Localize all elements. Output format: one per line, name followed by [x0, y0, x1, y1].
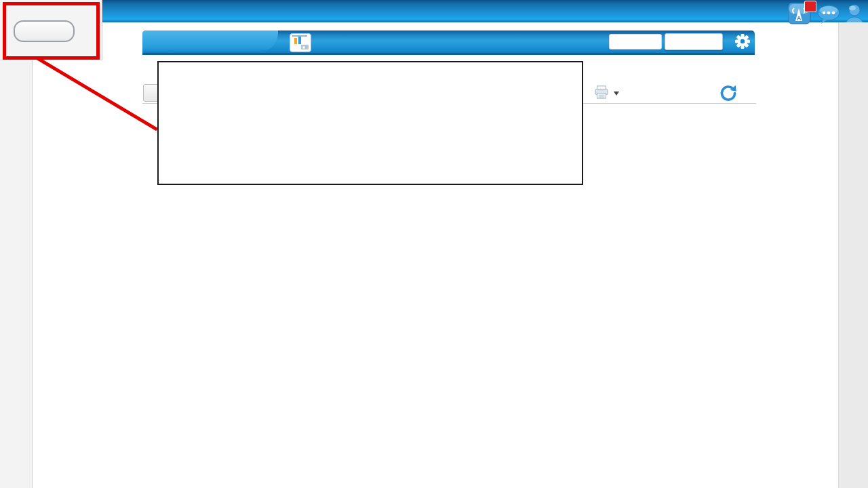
facility-group-week-button[interactable]: [665, 33, 723, 50]
refresh-icon[interactable]: [719, 84, 738, 105]
svg-text:A: A: [797, 15, 802, 22]
left-app-sidebar: [0, 60, 33, 488]
facility-group-day-button[interactable]: [609, 34, 662, 49]
app-window: A: [0, 0, 868, 488]
chat-icon[interactable]: [816, 4, 841, 27]
panel-settings-gear-icon[interactable]: [734, 33, 751, 49]
notification-count-badge: [804, 1, 816, 12]
tutorial-highlight-box: [3, 2, 100, 60]
facility-panel-header: [142, 30, 755, 55]
print-dropdown-caret-icon[interactable]: [614, 92, 619, 96]
tutorial-arrow: [35, 56, 157, 131]
printer-icon[interactable]: [594, 85, 609, 102]
global-header: [0, 0, 868, 22]
tutorial-popup: [157, 61, 583, 185]
right-tool-sidebar: [838, 22, 868, 488]
panel-title-tab: [142, 30, 278, 53]
facility-reservation-icon: [290, 33, 311, 52]
